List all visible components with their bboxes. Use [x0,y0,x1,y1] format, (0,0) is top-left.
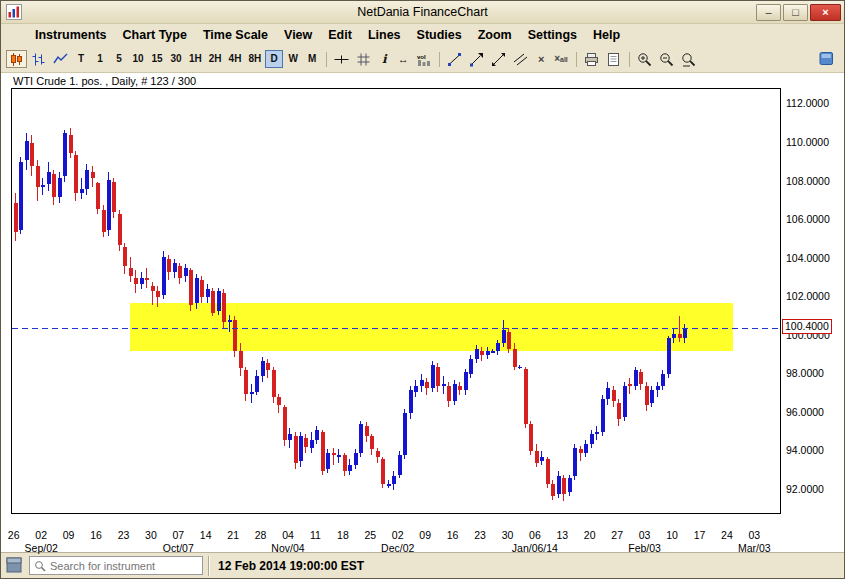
interval-1min-button[interactable]: 1 [91,50,109,68]
line-chart-icon [53,52,68,67]
x-axis-day-label: 23 [474,529,486,541]
delete-line-button[interactable]: × [532,50,550,68]
interval-10min-button[interactable]: 10 [129,50,147,68]
y-axis-label: 108.0000 [786,175,830,187]
y-axis-label: 106.0000 [786,213,830,225]
close-button[interactable]: × [810,4,841,21]
parallel-lines-icon [513,52,528,67]
x-axis-day-label: 07 [172,529,184,541]
interval-30min-button[interactable]: 30 [167,50,185,68]
interval-5min-button[interactable]: 5 [110,50,128,68]
x-axis-month-label: Mar/03 [738,542,771,554]
minimize-button[interactable]: – [756,4,781,21]
parallel-lines-button[interactable] [510,50,531,68]
menu-chart-type[interactable]: Chart Type [115,26,195,44]
y-axis-label: 96.0000 [786,406,824,418]
y-axis-label: 112.0000 [786,97,829,109]
crosshair-button[interactable] [331,50,352,68]
interval-monthly-button[interactable]: M [303,50,321,68]
printer-icon [584,52,599,67]
x-axis-day-label: 03 [639,529,651,541]
instrument-panel-toggle-button[interactable] [6,557,24,575]
netdania-financechart-window: NetDania FinanceChart – □ × InstrumentsC… [0,0,845,579]
interval-8hour-button[interactable]: 8H [245,50,264,68]
interval-15min-button[interactable]: 15 [148,50,166,68]
delete-all-lines-button[interactable]: ×all [551,50,571,68]
x-axis-day-label: 13 [556,529,568,541]
trend-line-icon [447,52,462,67]
ray-line-button[interactable] [466,50,487,68]
menu-zoom[interactable]: Zoom [470,26,520,44]
trend-line-button[interactable] [444,50,465,68]
x-axis-day-label: 24 [721,529,733,541]
zoom-reset-button[interactable] [678,50,699,68]
ray-line-icon [469,52,484,67]
x-axis-day-label: 26 [8,529,20,541]
interval-4hour-button[interactable]: 4H [226,50,245,68]
menu-help[interactable]: Help [585,26,628,44]
scroll-mode-button[interactable]: ↔ [394,50,412,68]
interval-daily-button[interactable]: D [265,50,283,68]
zoom-reset-icon [681,52,696,67]
window-title: NetDania FinanceChart [1,5,844,19]
menu-studies[interactable]: Studies [409,26,470,44]
dock-panel-button[interactable] [816,50,837,68]
menu-instruments[interactable]: Instruments [27,26,115,44]
y-axis: 92.000094.000096.000098.0000100.0000102.… [784,88,844,514]
info-button[interactable]: i [375,50,393,68]
print-preview-button[interactable] [603,50,624,68]
x-axis-day-label: 16 [90,529,102,541]
extended-line-icon [491,52,506,67]
volume-button[interactable]: vol [413,50,434,68]
x-axis-day-label: 23 [118,529,130,541]
x-axis-day-label: 09 [419,529,431,541]
x-axis-day-label: 17 [694,529,706,541]
maximize-button[interactable]: □ [783,4,808,21]
y-axis-label: 94.0000 [786,444,824,456]
zoom-in-button[interactable] [634,50,655,68]
price-plot-svg[interactable] [12,89,780,513]
toolbar-separator [439,52,440,67]
print-button[interactable] [581,50,602,68]
plot-area[interactable] [11,88,781,514]
page-preview-icon [606,52,621,67]
chart-type-candlestick-button[interactable] [6,50,27,68]
x-axis-month-label: Nov/04 [271,542,304,554]
zoom-in-icon [637,52,652,67]
interval-2hour-button[interactable]: 2H [206,50,225,68]
grid-icon [356,52,371,67]
x-axis-day-label: 02 [392,529,404,541]
grid-button[interactable] [353,50,374,68]
window-controls: – □ × [756,4,841,21]
current-price-label: 100.4000 [782,319,832,334]
interval-tick-button[interactable]: T [72,50,90,68]
x-axis-day-label: 04 [282,529,294,541]
extended-line-button[interactable] [488,50,509,68]
delete-all-icon: ×all [554,54,568,64]
x-axis-month-label: Feb/03 [628,542,661,554]
zoom-out-button[interactable] [656,50,677,68]
zoom-out-icon [659,52,674,67]
search-input[interactable] [50,560,198,572]
menu-lines[interactable]: Lines [360,26,409,44]
menu-edit[interactable]: Edit [320,26,360,44]
chart-type-line-button[interactable] [50,50,71,68]
toolbar: T151015301H2H4H8HDWMi↔vol××all [1,46,844,72]
chart-type-bars-button[interactable] [28,50,49,68]
interval-1hour-button[interactable]: 1H [186,50,205,68]
menu-settings[interactable]: Settings [520,26,585,44]
volume-icon: vol [416,52,431,67]
x-axis-day-label: 09 [63,529,75,541]
interval-weekly-button[interactable]: W [284,50,302,68]
chart-panel: WTI Crude 1. pos. , Daily, # 123 / 300 9… [1,72,844,552]
candlestick-icon [9,52,24,67]
menu-time-scale[interactable]: Time Scale [195,26,276,44]
title-bar: NetDania FinanceChart – □ × [1,1,844,24]
delete-icon: × [538,54,544,65]
x-axis-day-label: 30 [502,529,514,541]
panel-icon [6,557,22,575]
y-axis-label: 104.0000 [786,252,830,264]
instrument-search [29,556,203,575]
app-icon [6,4,22,20]
menu-view[interactable]: View [276,26,320,44]
